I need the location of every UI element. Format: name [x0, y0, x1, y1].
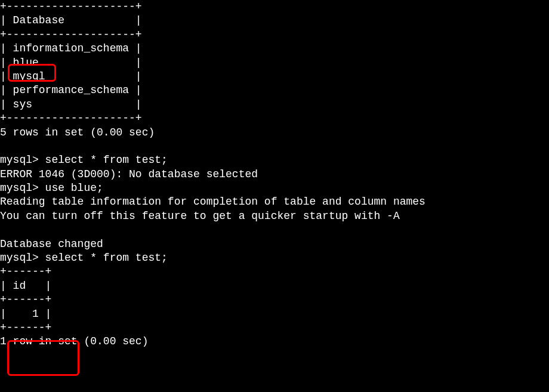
result-summary: 1 row in set (0.00 sec)	[0, 335, 148, 347]
table-header: | Database |	[0, 14, 142, 26]
terminal-output: +--------------------+ | Database | +---…	[0, 0, 549, 349]
table-row: | performance_schema |	[0, 84, 142, 96]
table-border: +------+	[0, 266, 51, 277]
table-header: | id |	[0, 280, 51, 292]
table-row: | 1 |	[0, 308, 51, 320]
table-row: | sys |	[0, 98, 142, 110]
mysql-command: mysql> select * from test;	[0, 154, 168, 166]
info-message: You can turn off this feature to get a q…	[0, 210, 400, 222]
result-summary: 5 rows in set (0.00 sec)	[0, 126, 155, 138]
status-message: Database changed	[0, 238, 103, 250]
table-border: +------+	[0, 322, 51, 334]
table-border: +------+	[0, 294, 51, 305]
table-border: +--------------------+	[0, 1, 142, 13]
table-row: | information_schema |	[0, 42, 142, 54]
table-border: +--------------------+	[0, 112, 142, 124]
mysql-command: mysql> use blue;	[0, 182, 103, 194]
table-row: | blue |	[0, 57, 142, 69]
table-row: | mysql |	[0, 70, 142, 82]
error-message: ERROR 1046 (3D000): No database selected	[0, 168, 258, 180]
table-border: +--------------------+	[0, 29, 142, 41]
mysql-command: mysql> select * from test;	[0, 252, 168, 264]
info-message: Reading table information for completion…	[0, 196, 425, 208]
